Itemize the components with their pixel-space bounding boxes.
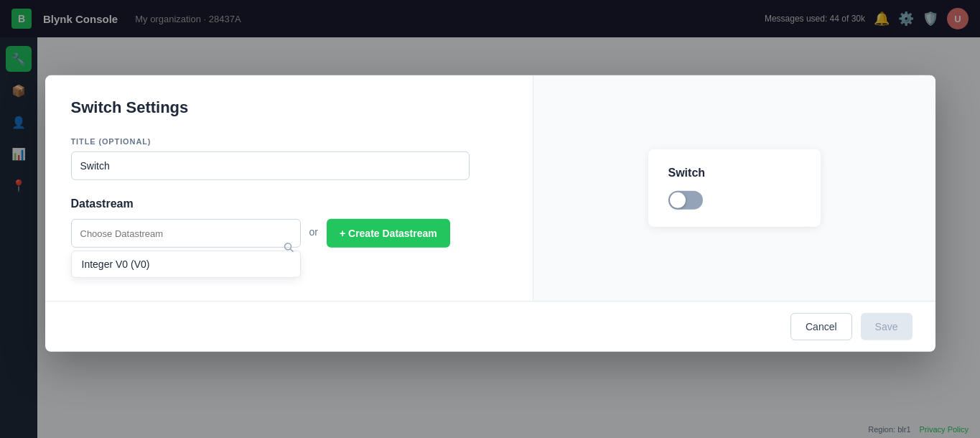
- dropdown-item-0[interactable]: Integer V0 (V0): [72, 251, 300, 277]
- modal-footer: Cancel Save: [45, 301, 935, 352]
- switch-preview-card: Switch: [648, 149, 821, 227]
- title-input[interactable]: [71, 152, 470, 180]
- save-button[interactable]: Save: [861, 313, 913, 340]
- cancel-button[interactable]: Cancel: [790, 313, 852, 340]
- modal-dialog: Switch Settings TITLE (OPTIONAL) Datastr…: [45, 75, 935, 352]
- app-background: B Blynk Console My organization · 28437A…: [0, 0, 980, 438]
- datastream-input[interactable]: [71, 219, 301, 248]
- modal-left-panel: Switch Settings TITLE (OPTIONAL) Datastr…: [45, 75, 533, 301]
- datastream-dropdown: Integer V0 (V0): [71, 251, 301, 278]
- switch-card-title: Switch: [668, 167, 801, 180]
- datastream-label: Datastream: [71, 197, 507, 210]
- toggle-knob: [670, 192, 686, 208]
- datastream-select-wrapper: Integer V0 (V0): [71, 219, 301, 278]
- modal-body: Switch Settings TITLE (OPTIONAL) Datastr…: [45, 75, 935, 301]
- toggle-switch[interactable]: [668, 191, 703, 210]
- modal-title: Switch Settings: [71, 98, 507, 117]
- or-text: or: [309, 219, 318, 238]
- title-label: TITLE (OPTIONAL): [71, 137, 507, 146]
- create-datastream-button[interactable]: + Create Datastream: [327, 219, 450, 248]
- datastream-row: Integer V0 (V0) or + Create Datastream: [71, 219, 507, 278]
- modal-right-panel: Switch: [533, 75, 935, 301]
